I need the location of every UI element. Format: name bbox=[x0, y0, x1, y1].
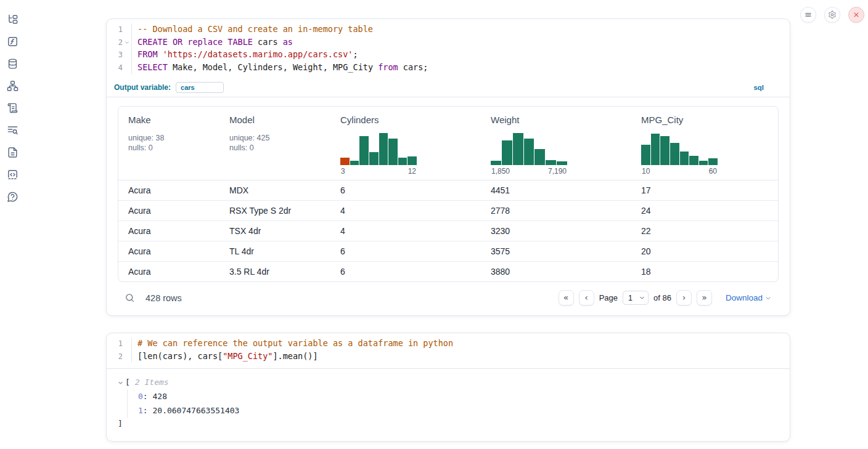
sql-editor[interactable]: 1-- Download a CSV and create an in-memo… bbox=[107, 19, 790, 79]
sidebar-item-dependency-graph[interactable] bbox=[7, 80, 19, 92]
histogram-min-label: 1,850 bbox=[491, 167, 510, 176]
page-total-label: of 86 bbox=[653, 293, 671, 302]
line-number: 2 bbox=[107, 350, 123, 363]
output-tree: [ 2 Items 0: 4281: 20.060747663551403 ] bbox=[107, 369, 790, 441]
fold-spacer bbox=[123, 62, 131, 75]
histogram-min-label: 10 bbox=[642, 167, 650, 176]
histogram-bar bbox=[699, 161, 708, 165]
histogram-bar bbox=[680, 152, 689, 165]
fold-chevron-icon[interactable] bbox=[123, 36, 131, 49]
column-header-model[interactable]: Modelunique: 425nulls: 0 bbox=[219, 115, 330, 176]
column-stats: unique: 38nulls: 0 bbox=[128, 133, 219, 153]
fold-spacer bbox=[123, 23, 131, 36]
first-page-button[interactable]: « bbox=[559, 290, 574, 305]
table-cell: 17 bbox=[631, 180, 778, 200]
histogram-bar bbox=[641, 145, 650, 165]
page-select[interactable]: 1 bbox=[623, 291, 649, 305]
scroll-icon bbox=[7, 102, 18, 114]
notebook: 1-- Download a CSV and create an in-memo… bbox=[106, 18, 790, 442]
text-search-icon bbox=[7, 124, 18, 136]
sidebar-item-logs[interactable] bbox=[7, 124, 19, 137]
histogram-bar bbox=[524, 139, 534, 165]
histogram-range-labels: 312 bbox=[340, 167, 417, 176]
python-cell: 1# We can reference the output variable … bbox=[106, 333, 790, 442]
download-label: Download bbox=[726, 293, 763, 302]
histogram-bar bbox=[379, 133, 388, 165]
histogram-range-labels: 1060 bbox=[641, 167, 718, 176]
column-name: Cylinders bbox=[340, 115, 481, 125]
column-stats: unique: 425nulls: 0 bbox=[229, 133, 330, 153]
table-cell: 3575 bbox=[481, 241, 631, 261]
gear-icon bbox=[828, 10, 837, 19]
help-circle-icon bbox=[7, 191, 18, 203]
python-editor[interactable]: 1# We can reference the output variable … bbox=[107, 333, 790, 369]
table-cell: 4 bbox=[330, 221, 481, 241]
sidebar-item-data-sources[interactable] bbox=[7, 58, 19, 70]
table-cell: TL 4dr bbox=[219, 241, 330, 261]
table-row[interactable]: AcuraTL 4dr6357520 bbox=[118, 241, 778, 261]
row-count: 428 rows bbox=[145, 293, 182, 303]
column-header-weight[interactable]: Weight1,8507,190 bbox=[481, 115, 631, 176]
pagination: « ‹ Page 1 of 86 › » bbox=[559, 290, 712, 305]
code-line: 2CREATE OR replace TABLE cars as bbox=[107, 36, 790, 49]
next-page-button[interactable]: › bbox=[676, 290, 692, 305]
last-page-button[interactable]: » bbox=[697, 290, 712, 305]
table-cell: 3230 bbox=[481, 221, 631, 241]
histogram-bars bbox=[491, 131, 567, 165]
table-cell: Acura bbox=[118, 262, 219, 281]
table-cell: 6 bbox=[330, 241, 481, 261]
column-header-cylinders[interactable]: Cylinders312 bbox=[330, 115, 481, 176]
collapse-toggle[interactable] bbox=[118, 380, 125, 386]
histogram-bar bbox=[350, 161, 359, 165]
histogram-bar bbox=[689, 156, 698, 165]
histogram-bar bbox=[513, 133, 523, 165]
items-count-label: 2 Items bbox=[135, 376, 169, 389]
sidebar-item-variables[interactable] bbox=[7, 36, 19, 48]
table-footer: 428 rows « ‹ Page 1 of 86 › » Download bbox=[118, 282, 779, 312]
histogram-max-label: 12 bbox=[408, 167, 416, 176]
histogram-bar bbox=[557, 161, 567, 165]
sidebar-item-help[interactable] bbox=[7, 191, 19, 203]
tree-item: 0: 428 bbox=[138, 389, 779, 403]
output-variable-label: Output variable: bbox=[114, 83, 171, 92]
sidebar-item-documentation[interactable] bbox=[7, 147, 19, 159]
download-button[interactable]: Download bbox=[726, 293, 771, 302]
column-header-make[interactable]: Makeunique: 38nulls: 0 bbox=[118, 115, 219, 176]
histogram-bar bbox=[388, 139, 398, 165]
code-content: CREATE OR replace TABLE cars as bbox=[131, 36, 293, 49]
topbar-actions bbox=[800, 7, 864, 23]
shutdown-button[interactable] bbox=[848, 7, 864, 23]
output-variable-input[interactable] bbox=[176, 82, 224, 93]
sidebar-item-snippets[interactable] bbox=[7, 169, 19, 181]
sidebar-item-scratchpad[interactable] bbox=[7, 102, 19, 115]
histogram-bar bbox=[407, 156, 417, 165]
line-number: 4 bbox=[107, 62, 123, 75]
table-cell: TSX 4dr bbox=[219, 221, 330, 241]
prev-page-button[interactable]: ‹ bbox=[579, 290, 594, 305]
histogram-bar bbox=[660, 136, 669, 165]
sql-cell-output: Makeunique: 38nulls: 0Modelunique: 425nu… bbox=[107, 97, 790, 315]
line-number: 1 bbox=[107, 23, 123, 36]
tree-item-key: 0 bbox=[138, 392, 143, 401]
column-name: Weight bbox=[491, 115, 631, 125]
histogram-bar bbox=[502, 140, 512, 165]
table-cell: 20 bbox=[631, 241, 778, 261]
line-number: 3 bbox=[107, 49, 123, 62]
search-button[interactable] bbox=[125, 293, 135, 303]
code-line: 1-- Download a CSV and create an in-memo… bbox=[107, 23, 790, 36]
settings-button[interactable] bbox=[824, 7, 840, 23]
page-select-value: 1 bbox=[628, 294, 633, 302]
menu-icon bbox=[804, 10, 813, 19]
histogram-min-label: 3 bbox=[341, 167, 345, 176]
table-cell: 2778 bbox=[481, 201, 631, 220]
table-row[interactable]: Acura3.5 RL 4dr6388018 bbox=[118, 261, 778, 281]
sidebar bbox=[0, 0, 26, 449]
table-row[interactable]: AcuraTSX 4dr4323022 bbox=[118, 220, 778, 241]
histogram-bar bbox=[670, 143, 679, 165]
sidebar-item-file-explorer[interactable] bbox=[7, 14, 19, 26]
menu-button[interactable] bbox=[800, 7, 816, 23]
table-row[interactable]: AcuraMDX6445117 bbox=[118, 180, 778, 200]
column-header-mpg_city[interactable]: MPG_City1060 bbox=[631, 115, 778, 176]
table-row[interactable]: AcuraRSX Type S 2dr4277824 bbox=[118, 200, 778, 220]
table-cell: 4 bbox=[330, 201, 481, 220]
